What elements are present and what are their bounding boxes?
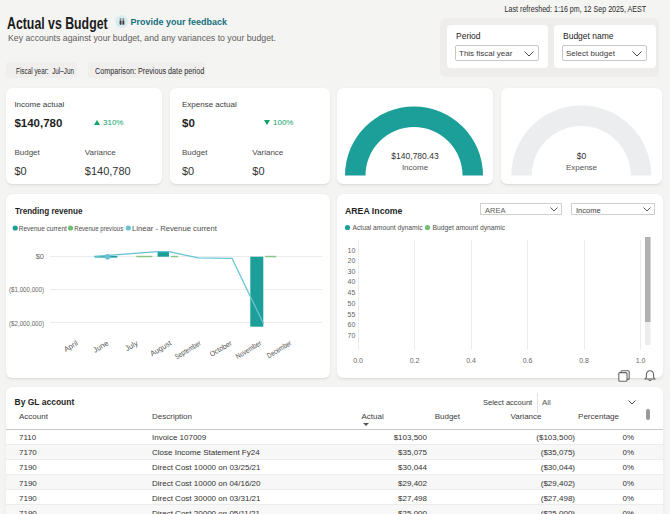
svg-text:October: October <box>208 338 234 359</box>
svg-text:July: July <box>123 338 139 353</box>
svg-text:Actual amount dynamic: Actual amount dynamic <box>353 223 423 232</box>
svg-text:30: 30 <box>348 268 356 275</box>
svg-text:April: April <box>62 338 80 354</box>
svg-text:($2,000,000): ($2,000,000) <box>9 319 44 328</box>
svg-text:50: 50 <box>348 300 356 307</box>
svg-text:45: 45 <box>348 289 356 296</box>
svg-text:20: 20 <box>348 257 356 264</box>
svg-text:Budget amount dynamic: Budget amount dynamic <box>433 223 506 232</box>
svg-text:June: June <box>91 338 110 354</box>
svg-text:60: 60 <box>348 321 356 328</box>
svg-text:0.4: 0.4 <box>466 357 476 364</box>
svg-text:August: August <box>148 338 173 358</box>
svg-text:$0: $0 <box>36 252 44 261</box>
svg-text:Revenue current: Revenue current <box>19 224 68 233</box>
svg-text:55: 55 <box>348 311 356 318</box>
svg-text:Linear - Revenue current: Linear - Revenue current <box>132 224 218 233</box>
svg-text:0.0: 0.0 <box>353 357 363 364</box>
svg-text:($1,000,000): ($1,000,000) <box>9 285 44 294</box>
svg-text:November: November <box>234 338 263 361</box>
svg-text:September: September <box>173 338 203 361</box>
svg-text:0.6: 0.6 <box>523 357 533 364</box>
svg-text:1.0: 1.0 <box>636 357 646 364</box>
svg-text:December: December <box>265 338 293 360</box>
svg-text:Revenue previous: Revenue previous <box>74 224 123 233</box>
svg-text:70: 70 <box>348 332 356 339</box>
svg-text:0.8: 0.8 <box>579 357 589 364</box>
svg-text:0.2: 0.2 <box>410 357 420 364</box>
svg-text:40: 40 <box>348 278 356 285</box>
svg-text:10: 10 <box>348 247 356 254</box>
